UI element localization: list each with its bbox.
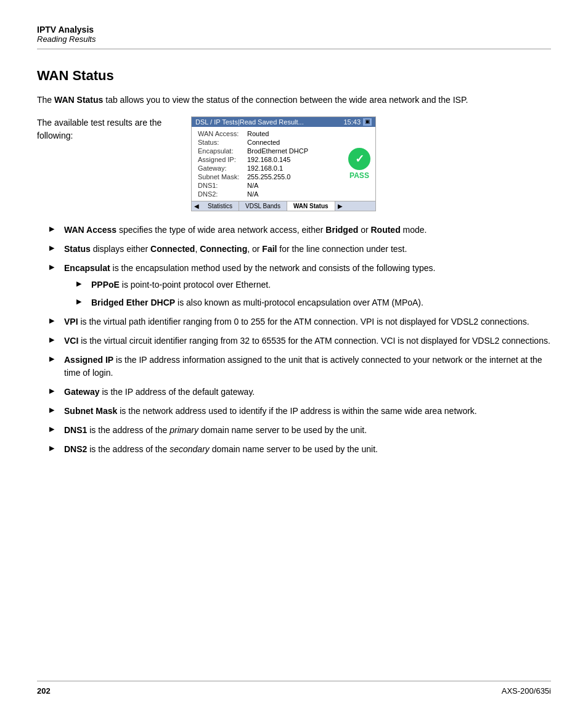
pass-circle: ✓ [348,148,370,170]
field-value-dns2: N/A [245,190,340,198]
pass-label: PASS [349,171,369,180]
status-text4: for the line connection under test. [277,244,407,254]
connecting-bold: Connecting [200,244,247,254]
scroll-left-arrow[interactable]: ◀ [192,201,202,211]
connected-bold: Connected [150,244,195,254]
table-row: WAN Access: Routed [195,129,340,138]
fail-bold: Fail [262,244,277,254]
field-value-subnet-mask: 255.255.255.0 [245,172,340,181]
vpi-text: is the virtual path identifier ranging f… [78,317,529,327]
tab-vdsl-bands[interactable]: VDSL Bands [239,201,287,211]
page: IPTV Analysis Reading Results WAN Status… [0,0,588,714]
section-title: WAN Status [37,68,551,84]
pass-checkmark-icon: ✓ [355,152,364,166]
header-subtitle: Reading Results [37,34,551,44]
dns1-bold: DNS1 [64,425,87,435]
page-footer: 202 AXS-200/635i [37,681,551,696]
status-text3: , or [247,244,262,254]
intro-paragraph: The WAN Status tab allows you to view th… [37,94,551,107]
status-bold: Status [64,244,91,254]
dns2-text2: domain name server to be used by the uni… [210,444,378,454]
field-value-status: Connected [245,138,340,147]
tab-wan-status[interactable]: WAN Status [287,201,335,211]
screenshot-tabs: ◀ Statistics VDSL Bands WAN Status ▶ [192,201,375,211]
footer-product-name: AXS-200/635i [502,686,551,696]
footer-page-number: 202 [37,686,51,696]
list-item-assigned-ip: Assigned IP is the IP address informatio… [49,354,551,379]
field-value-wan-access: Routed [245,129,340,138]
list-item-wan-access: WAN Access specifies the type of wide ar… [49,224,551,237]
wan-data-table: WAN Access: Routed Status: Connected Enc… [195,129,340,198]
table-row: Gateway: 192.168.0.1 [195,164,340,172]
bridged-ether-dhcp-bold: Bridged Ether DHCP [91,298,175,307]
list-item-dns2: DNS2 is the address of the secondary dom… [49,443,551,456]
bullet-list: WAN Access specifies the type of wide ar… [49,224,551,456]
screenshot-time: 15:43 [343,118,361,126]
list-item-subnet-mask: Subnet Mask is the network address used … [49,405,551,418]
intro-text-part2: tab allows you to view the status of the… [103,95,468,105]
dns2-text1: is the address of the [87,444,169,454]
encapsulat-bold: Encapsulat [64,263,110,273]
page-header: IPTV Analysis Reading Results [37,25,551,49]
gateway-text: is the IP address of the default gateway… [100,387,255,397]
dns1-text1: is the address of the [87,425,169,435]
field-label-wan-access: WAN Access: [195,129,245,138]
table-row: Subnet Mask: 255.255.255.0 [195,172,340,181]
encapsulat-text: is the encapsulation method used by the … [110,263,436,273]
sub-bullet-list: PPPoE is point-to-point protocol over Et… [76,278,551,309]
field-label-status: Status: [195,138,245,147]
list-item-dns1: DNS1 is the address of the primary domai… [49,424,551,437]
status-text1: displays either [91,244,150,254]
screenshot-title: DSL / IP Tests|Read Saved Result... [195,118,304,126]
subnet-mask-text: is the network address used to identify … [117,406,476,416]
dns2-bold: DNS2 [64,444,87,454]
bridged-ether-dhcp-text: is also known as multi-protocol encapsul… [175,298,423,307]
available-results-label: The available test results are the follo… [37,118,161,140]
screenshot-body: WAN Access: Routed Status: Connected Enc… [192,127,375,201]
screenshot-data-table: WAN Access: Routed Status: Connected Enc… [192,127,343,201]
device-screenshot: DSL / IP Tests|Read Saved Result... 15:4… [191,116,376,211]
field-value-assigned-ip: 192.168.0.145 [245,155,340,164]
available-results-text: The available test results are the follo… [37,116,179,142]
field-label-gateway: Gateway: [195,164,245,172]
or-text: or [358,225,370,235]
list-item-vpi: VPI is the virtual path identifier rangi… [49,315,551,328]
mode-text: mode. [401,225,427,235]
bridged-bold: Bridged [325,225,358,235]
vci-text: is the virtual circuit identifier rangin… [78,336,550,346]
assigned-ip-bold: Assigned IP [64,355,113,365]
scroll-right-arrow[interactable]: ▶ [335,201,345,211]
pass-badge-area: ✓ PASS [343,127,375,201]
field-label-subnet-mask: Subnet Mask: [195,172,245,181]
field-value-gateway: 192.168.0.1 [245,164,340,172]
field-label-dns1: DNS1: [195,181,245,190]
field-label-encapsulat: Encapsulat: [195,147,245,155]
routed-bold: Routed [370,225,400,235]
dns1-italic: primary [169,425,198,435]
pppoe-bold: PPPoE [91,280,120,290]
header-title: IPTV Analysis [37,25,551,34]
screenshot-titlebar: DSL / IP Tests|Read Saved Result... 15:4… [192,117,375,127]
field-value-dns1: N/A [245,181,340,190]
table-row: Assigned IP: 192.168.0.145 [195,155,340,164]
field-value-encapsulat: BrodEthernet DHCP [245,147,340,155]
field-label-dns2: DNS2: [195,190,245,198]
list-item-gateway: Gateway is the IP address of the default… [49,386,551,399]
table-row: Encapsulat: BrodEthernet DHCP [195,147,340,155]
tab-statistics[interactable]: Statistics [202,201,239,211]
assigned-ip-text: is the IP address information assigned t… [64,355,542,378]
list-item-status: Status displays either Connected, Connec… [49,243,551,256]
pass-badge: ✓ PASS [348,148,370,180]
content-area: The available test results are the follo… [37,116,551,211]
list-item-vci: VCI is the virtual circuit identifier ra… [49,335,551,347]
dns1-text2: domain name server to be used by the uni… [198,425,367,435]
wan-access-text: specifies the type of wide area network … [116,225,325,235]
table-row: Status: Connected [195,138,340,147]
sub-list-item-pppoe: PPPoE is point-to-point protocol over Et… [76,278,551,291]
table-row: DNS2: N/A [195,190,340,198]
gateway-bold: Gateway [64,387,100,397]
vci-bold: VCI [64,336,78,346]
table-row: DNS1: N/A [195,181,340,190]
wan-access-bold: WAN Access [64,225,116,235]
intro-bold: WAN Status [54,95,103,105]
